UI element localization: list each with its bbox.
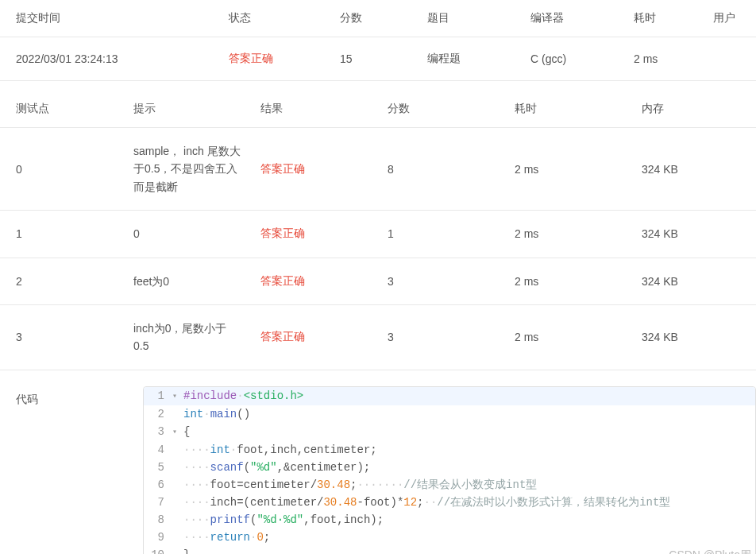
- code-section: 代码 1▾#include·<stdio.h>2int·main()3▾{4··…: [0, 386, 756, 554]
- table-row: 10答案正确12 ms324 KB: [0, 211, 756, 258]
- code-line[interactable]: 3▾{: [144, 423, 755, 441]
- fold-icon[interactable]: ▾: [172, 423, 183, 441]
- code-content: ····int·foot,inch,centimeter;: [183, 441, 755, 459]
- fold-icon: [172, 546, 183, 554]
- code-content: ····return·0;: [183, 529, 755, 546]
- cell-hint: sample， inch 尾数大于0.5，不是四舍五入而是截断: [127, 128, 254, 211]
- cell-point: 2: [0, 258, 127, 304]
- tests-table: 测试点 提示 结果 分数 耗时 内存 0sample， inch 尾数大于0.5…: [0, 91, 756, 370]
- summary-header-row: 提交时间 状态 分数 题目 编译器 耗时 用户: [0, 0, 756, 37]
- cell-score: 15: [334, 37, 421, 81]
- line-number: 4: [144, 441, 172, 459]
- cell-time: 2 ms: [627, 37, 707, 81]
- summary-table: 提交时间 状态 分数 题目 编译器 耗时 用户 2022/03/01 23:24…: [0, 0, 756, 81]
- cell-result: 答案正确: [254, 128, 381, 211]
- code-line[interactable]: 7····inch=(centimeter/30.48-foot)*12;··/…: [144, 494, 755, 511]
- cell-hint: 0: [127, 211, 254, 258]
- fold-icon: [172, 511, 183, 529]
- col-ttime: 耗时: [508, 91, 635, 128]
- cell-submit-time: 2022/03/01 23:24:13: [0, 37, 222, 81]
- cell-score: 1: [381, 211, 508, 258]
- table-row: 3inch为0，尾数小于0.5答案正确32 ms324 KB: [0, 304, 756, 370]
- line-number: 9: [144, 529, 172, 546]
- code-line[interactable]: 10}: [144, 546, 755, 554]
- line-number: 7: [144, 494, 172, 511]
- cell-status: 答案正确: [222, 37, 334, 81]
- tests-header-row: 测试点 提示 结果 分数 耗时 内存: [0, 91, 756, 128]
- code-content: #include·<stdio.h>: [183, 387, 755, 405]
- line-number: 2: [144, 405, 172, 423]
- code-label: 代码: [16, 386, 143, 554]
- fold-icon: [172, 459, 183, 476]
- col-status: 状态: [222, 0, 334, 37]
- fold-icon: [172, 529, 183, 546]
- cell-result: 答案正确: [254, 304, 381, 370]
- fold-icon: [172, 405, 183, 423]
- cell-point: 3: [0, 304, 127, 370]
- code-line[interactable]: 6····foot=centimeter/30.48;·······//结果会从…: [144, 476, 755, 494]
- line-number: 3: [144, 423, 172, 441]
- col-compiler: 编译器: [524, 0, 627, 37]
- table-row: 2feet为0答案正确32 ms324 KB: [0, 258, 756, 304]
- line-number: 1: [144, 387, 172, 405]
- cell-time: 2 ms: [508, 128, 635, 211]
- cell-memory: 324 KB: [635, 128, 756, 211]
- cell-user: [707, 37, 756, 81]
- line-number: 8: [144, 511, 172, 529]
- code-box[interactable]: 1▾#include·<stdio.h>2int·main()3▾{4····i…: [143, 386, 756, 554]
- cell-point: 1: [0, 211, 127, 258]
- fold-icon: [172, 476, 183, 494]
- code-line[interactable]: 1▾#include·<stdio.h>: [144, 387, 755, 405]
- code-content: ····printf("%d·%d",foot,inch);: [183, 511, 755, 529]
- col-hint: 提示: [127, 91, 254, 128]
- cell-memory: 324 KB: [635, 258, 756, 304]
- col-memory: 内存: [635, 91, 756, 128]
- line-number: 10: [144, 546, 172, 554]
- line-number: 6: [144, 476, 172, 494]
- cell-compiler: C (gcc): [524, 37, 627, 81]
- table-row: 0sample， inch 尾数大于0.5，不是四舍五入而是截断答案正确82 m…: [0, 128, 756, 211]
- col-result: 结果: [254, 91, 381, 128]
- fold-icon: [172, 494, 183, 511]
- code-line[interactable]: 5····scanf("%d",&centimeter);: [144, 459, 755, 476]
- cell-hint: inch为0，尾数小于0.5: [127, 304, 254, 370]
- cell-point: 0: [0, 128, 127, 211]
- col-point: 测试点: [0, 91, 127, 128]
- col-tscore: 分数: [381, 91, 508, 128]
- cell-result: 答案正确: [254, 211, 381, 258]
- col-submit-time: 提交时间: [0, 0, 222, 37]
- col-time: 耗时: [627, 0, 707, 37]
- code-line[interactable]: 2int·main(): [144, 405, 755, 423]
- cell-memory: 324 KB: [635, 211, 756, 258]
- cell-result: 答案正确: [254, 258, 381, 304]
- cell-score: 3: [381, 304, 508, 370]
- summary-row: 2022/03/01 23:24:13 答案正确 15 编程题 C (gcc) …: [0, 37, 756, 81]
- cell-time: 2 ms: [508, 258, 635, 304]
- cell-problem: 编程题: [421, 37, 524, 81]
- cell-time: 2 ms: [508, 304, 635, 370]
- cell-score: 8: [381, 128, 508, 211]
- col-problem: 题目: [421, 0, 524, 37]
- watermark: CSDN @Pluto周: [669, 548, 751, 554]
- cell-time: 2 ms: [508, 211, 635, 258]
- col-score: 分数: [334, 0, 421, 37]
- col-user: 用户: [707, 0, 756, 37]
- cell-score: 3: [381, 258, 508, 304]
- fold-icon[interactable]: ▾: [172, 387, 183, 405]
- code-line[interactable]: 9····return·0;: [144, 529, 755, 546]
- fold-icon: [172, 441, 183, 459]
- code-content: int·main(): [183, 405, 755, 423]
- line-number: 5: [144, 459, 172, 476]
- code-line[interactable]: 4····int·foot,inch,centimeter;: [144, 441, 755, 459]
- code-content: {: [183, 423, 755, 441]
- code-content: ····inch=(centimeter/30.48-foot)*12;··//…: [183, 494, 755, 511]
- code-line[interactable]: 8····printf("%d·%d",foot,inch);: [144, 511, 755, 529]
- cell-hint: feet为0: [127, 258, 254, 304]
- cell-memory: 324 KB: [635, 304, 756, 370]
- code-content: ····foot=centimeter/30.48;·······//结果会从小…: [183, 476, 755, 494]
- code-content: ····scanf("%d",&centimeter);: [183, 459, 755, 476]
